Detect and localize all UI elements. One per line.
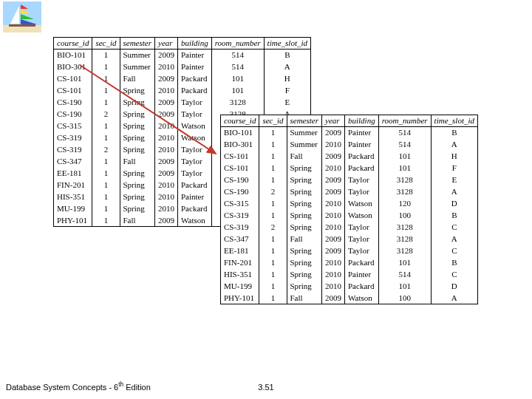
- table-cell: 1: [259, 198, 287, 210]
- table-cell: 2: [259, 186, 287, 198]
- table-cell: Painter: [178, 50, 212, 61]
- table-cell: Spring: [287, 257, 322, 269]
- table-row: BIO-3011Summer2010Painter514A: [221, 139, 478, 151]
- table-cell: CS-190: [221, 174, 259, 186]
- table-cell: 1: [259, 257, 287, 269]
- table-cell: 120: [378, 198, 431, 210]
- table-cell: D: [431, 281, 477, 293]
- table-cell: MU-199: [54, 203, 92, 215]
- table-row: EE-1811Spring2009Taylor3128C: [221, 245, 478, 257]
- table-row: BIO-1011Summer2009Painter514B: [54, 50, 311, 61]
- table-cell: 2010: [322, 269, 345, 281]
- table-row: CS-1011Spring2010Packard101F: [221, 163, 478, 174]
- table-cell: 1: [259, 210, 287, 222]
- table-cell: 2009: [155, 109, 178, 120]
- table-cell: 101: [378, 151, 431, 163]
- table-cell: 3128: [378, 245, 431, 257]
- svg-rect-7: [9, 24, 35, 27]
- table-cell: 514: [211, 50, 264, 61]
- table-cell: 3128: [211, 97, 264, 109]
- table-cell: Taylor: [178, 97, 212, 109]
- table-cell: 2009: [322, 233, 345, 245]
- table-cell: D: [431, 198, 477, 210]
- table-cell: CS-319: [54, 132, 92, 144]
- table-cell: 2010: [155, 203, 178, 215]
- table-cell: Spring: [120, 180, 155, 191]
- table-cell: 3128: [378, 186, 431, 198]
- table-cell: Packard: [345, 257, 379, 269]
- table-row: CS-1011Fall2009Packard101H: [54, 73, 311, 85]
- table-cell: 100: [378, 210, 431, 222]
- table-cell: 1: [259, 233, 287, 245]
- table-cell: 1: [259, 151, 287, 163]
- table-cell: CS-315: [221, 198, 259, 210]
- col-header: room_number: [211, 38, 264, 50]
- table-cell: Fall: [120, 156, 155, 168]
- table-cell: 2009: [322, 293, 345, 304]
- table-cell: H: [431, 151, 477, 163]
- table-cell: 1: [92, 191, 120, 203]
- table-cell: 1: [259, 139, 287, 151]
- table-header-row: course_idsec_idsemesteryearbuildingroom_…: [54, 38, 311, 50]
- table-cell: 2009: [155, 50, 178, 61]
- col-header: year: [322, 115, 345, 127]
- table-cell: A: [264, 61, 310, 73]
- table-cell: 2010: [155, 85, 178, 97]
- table-cell: 1: [92, 85, 120, 97]
- table-cell: 2010: [322, 139, 345, 151]
- table-cell: 2009: [155, 168, 178, 180]
- table-cell: 1: [259, 293, 287, 304]
- table-cell: 1: [92, 120, 120, 132]
- table-cell: HIS-351: [221, 269, 259, 281]
- col-header: room_number: [378, 115, 431, 127]
- col-header: building: [345, 115, 379, 127]
- table-row: HIS-3511Spring2010Painter514C: [221, 269, 478, 281]
- table-cell: Taylor: [345, 186, 379, 198]
- col-header: semester: [120, 38, 155, 50]
- table-cell: C: [431, 222, 477, 233]
- table-cell: F: [431, 163, 477, 174]
- table-cell: 514: [211, 61, 264, 73]
- table-cell: Watson: [178, 120, 212, 132]
- table-cell: Spring: [287, 222, 322, 233]
- table-cell: 101: [211, 73, 264, 85]
- table-cell: Fall: [287, 151, 322, 163]
- table-header-row: course_idsec_idsemesteryearbuildingroom_…: [221, 115, 478, 127]
- table-row: CS-3471Fall2009Taylor3128A: [221, 233, 478, 245]
- table-row: CS-1011Spring2010Packard101F: [54, 85, 311, 97]
- table-cell: 1: [259, 174, 287, 186]
- table-cell: 2010: [322, 210, 345, 222]
- table-cell: 2009: [322, 186, 345, 198]
- table-cell: Packard: [345, 151, 379, 163]
- table-cell: 2009: [322, 151, 345, 163]
- table-cell: CS-190: [221, 186, 259, 198]
- table-cell: B: [264, 50, 310, 61]
- table-row: BIO-1011Summer2009Painter514B: [221, 127, 478, 139]
- table-cell: 3128: [378, 233, 431, 245]
- table-cell: 2: [92, 144, 120, 156]
- table-cell: Spring: [287, 163, 322, 174]
- table-cell: 2010: [322, 281, 345, 293]
- table-cell: Spring: [120, 97, 155, 109]
- table-cell: 2009: [155, 215, 178, 227]
- table-cell: 1: [92, 61, 120, 73]
- table-cell: 3128: [378, 174, 431, 186]
- table-cell: 2: [92, 109, 120, 120]
- table-cell: 2010: [322, 222, 345, 233]
- table-cell: Spring: [287, 186, 322, 198]
- table-row: CS-3151Spring2010Watson120D: [221, 198, 478, 210]
- table-cell: CS-347: [54, 156, 92, 168]
- table-cell: Watson: [345, 210, 379, 222]
- table-cell: A: [431, 293, 477, 304]
- sailboat-logo-icon: [3, 1, 41, 33]
- table-cell: 1: [92, 180, 120, 191]
- table-row: CS-1901Spring2009Taylor3128E: [54, 97, 311, 109]
- table-cell: 101: [378, 281, 431, 293]
- table-row: FIN-2011Spring2010Packard101B: [221, 257, 478, 269]
- table-cell: Summer: [287, 139, 322, 151]
- table-cell: Fall: [120, 215, 155, 227]
- table-cell: Painter: [178, 61, 212, 73]
- table-cell: 101: [211, 85, 264, 97]
- table-cell: Taylor: [345, 174, 379, 186]
- table-cell: 2009: [155, 156, 178, 168]
